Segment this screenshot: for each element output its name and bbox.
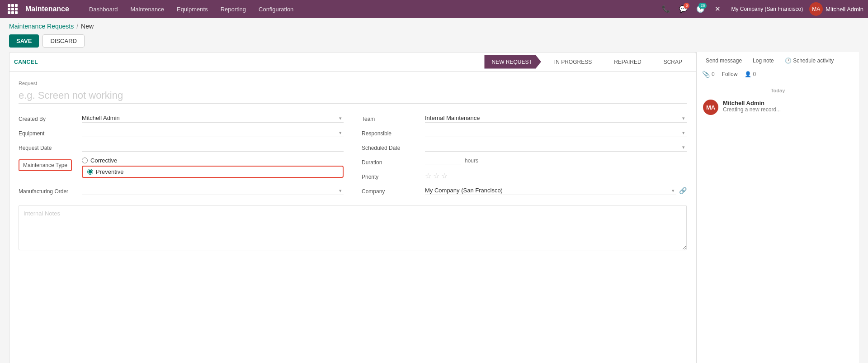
responsible-row: Responsible <box>362 125 687 140</box>
discard-button[interactable]: DISCARD <box>42 34 85 48</box>
nav-maintenance[interactable]: Maintenance <box>124 0 170 18</box>
navbar: Maintenance Dashboard Maintenance Equipm… <box>0 0 868 18</box>
message-count: 0 <box>712 71 715 77</box>
close-icon[interactable]: ✕ <box>710 2 725 16</box>
stage-in-progress[interactable]: IN PROGRESS <box>541 55 601 69</box>
nav-reporting[interactable]: Reporting <box>214 0 252 18</box>
save-button[interactable]: SAVE <box>9 34 39 48</box>
grid-menu-icon[interactable] <box>5 0 21 18</box>
preventive-radio[interactable] <box>87 169 93 175</box>
log-note-button[interactable]: Log note <box>749 56 778 66</box>
stage-scrap[interactable]: SCRAP <box>650 55 691 69</box>
breadcrumb-parent[interactable]: Maintenance Requests <box>9 23 74 30</box>
team-label: Team <box>362 114 425 122</box>
request-date-label: Request Date <box>19 143 82 151</box>
created-by-row: Created By Mitchell Admin <box>19 111 344 125</box>
left-column: Created By Mitchell Admin Equipment <box>19 111 344 198</box>
maintenance-type-options: Corrective Preventive <box>82 157 344 178</box>
manufacturing-order-label: Manufacturing Order <box>19 186 82 195</box>
breadcrumb: Maintenance Requests / New <box>0 18 868 33</box>
user-menu[interactable]: MA Mitchell Admin <box>809 2 863 16</box>
created-by-select[interactable]: Mitchell Admin <box>82 114 344 123</box>
apps-icon <box>8 4 18 14</box>
chatter-msg-body: Mitchell Admin Creating a new record... <box>723 100 781 113</box>
created-by-label: Created By <box>19 114 82 122</box>
clock-icon[interactable]: 🕐 26 <box>693 2 708 16</box>
send-message-button[interactable]: Send message <box>702 56 745 66</box>
corrective-radio[interactable] <box>82 158 88 163</box>
star-1[interactable]: ☆ <box>425 172 431 180</box>
scheduled-date-row: Scheduled Date <box>362 140 687 154</box>
follow-button[interactable]: Follow <box>718 69 741 79</box>
nav-configuration[interactable]: Configuration <box>252 0 300 18</box>
company-select[interactable]: My Company (San Francisco) <box>425 186 676 195</box>
form-grid: Created By Mitchell Admin Equipment <box>19 111 687 198</box>
chatter-avatar-initials: MA <box>703 100 718 115</box>
corrective-label: Corrective <box>90 157 117 164</box>
stage-new-request[interactable]: NEW REQUEST <box>484 55 541 69</box>
form-card: Request Created By Mitchell Admin <box>9 71 696 363</box>
nav-equipments[interactable]: Equipments <box>170 0 214 18</box>
breadcrumb-current: New <box>81 23 94 30</box>
duration-input[interactable]: 00:00 <box>425 157 461 164</box>
team-row: Team Internal Maintenance <box>362 111 687 125</box>
chatter-date-divider: Today <box>697 83 859 96</box>
main-layout: CANCEL NEW REQUEST IN PROGRESS REPAIRED … <box>0 52 868 363</box>
scheduled-date-select[interactable] <box>425 143 687 152</box>
person-icon: 👤 <box>745 71 751 77</box>
manufacturing-order-select[interactable] <box>82 186 344 195</box>
maintenance-type-row: Maintenance Type Corrective <box>19 154 344 183</box>
star-2[interactable]: ☆ <box>433 172 439 180</box>
corrective-option[interactable]: Corrective <box>82 157 344 164</box>
status-left: CANCEL <box>14 59 38 65</box>
duration-label: Duration <box>362 157 425 166</box>
star-3[interactable]: ☆ <box>441 172 448 180</box>
equipment-row: Equipment <box>19 125 344 140</box>
user-avatar: MA <box>809 2 823 16</box>
form-area: CANCEL NEW REQUEST IN PROGRESS REPAIRED … <box>9 52 696 363</box>
chatter-msg-user: Mitchell Admin <box>723 100 781 106</box>
nav-dashboard[interactable]: Dashboard <box>83 0 124 18</box>
maintenance-type-label: Maintenance Type <box>19 159 72 171</box>
request-title-section: Request <box>19 81 687 104</box>
hours-label: hours <box>465 158 478 164</box>
radio-group: Corrective Preventive <box>82 157 344 178</box>
external-link-icon[interactable]: 🔗 <box>679 187 687 194</box>
priority-row: Priority ☆ ☆ ☆ <box>362 169 687 183</box>
equipment-label: Equipment <box>19 128 82 137</box>
cancel-button[interactable]: CANCEL <box>14 59 38 65</box>
manufacturing-order-row: Manufacturing Order <box>19 183 344 198</box>
scheduled-date-value <box>425 143 687 152</box>
preventive-option[interactable]: Preventive <box>87 168 123 175</box>
company-row: Company My Company (San Francisco) 🔗 <box>362 183 687 198</box>
breadcrumb-separator: / <box>76 23 78 30</box>
phone-icon[interactable]: 📞 <box>659 2 673 16</box>
followers-count: 👤 0 <box>745 71 756 77</box>
equipment-select[interactable] <box>82 128 344 137</box>
company-label: Company <box>362 186 425 195</box>
company-value: My Company (San Francisco) 🔗 <box>425 186 687 195</box>
star-rating: ☆ ☆ ☆ <box>425 172 687 180</box>
company-row-inner: My Company (San Francisco) 🔗 <box>425 186 687 195</box>
chatter-avatar: MA <box>703 100 718 115</box>
request-date-input[interactable]: 12/20/2021 <box>82 143 344 152</box>
duration-value: 00:00 hours <box>425 157 687 164</box>
chat-icon[interactable]: 💬 5 <box>676 2 690 16</box>
responsible-select[interactable] <box>425 128 687 137</box>
request-label: Request <box>19 81 687 86</box>
navbar-right: 📞 💬 5 🕐 26 ✕ My Company (San Francisco) … <box>659 2 863 16</box>
preventive-wrap: Preventive <box>82 166 344 178</box>
stage-repaired[interactable]: REPAIRED <box>600 55 650 69</box>
notes-textarea[interactable] <box>19 205 687 250</box>
action-bar: SAVE DISCARD <box>0 33 868 52</box>
status-stages: NEW REQUEST IN PROGRESS REPAIRED SCRAP <box>484 55 691 69</box>
request-date-value: 12/20/2021 <box>82 143 344 152</box>
chatter: Send message Log note 🕐 Schedule activit… <box>696 52 859 363</box>
chatter-msg-text: Creating a new record... <box>723 106 781 113</box>
scheduled-date-label: Scheduled Date <box>362 143 425 151</box>
request-input[interactable] <box>19 88 687 104</box>
main-nav: Dashboard Maintenance Equipments Reporti… <box>83 0 300 18</box>
schedule-activity-button[interactable]: 🕐 Schedule activity <box>781 56 837 66</box>
team-select[interactable]: Internal Maintenance <box>425 114 687 123</box>
message-counter: 📎 0 <box>702 71 715 78</box>
